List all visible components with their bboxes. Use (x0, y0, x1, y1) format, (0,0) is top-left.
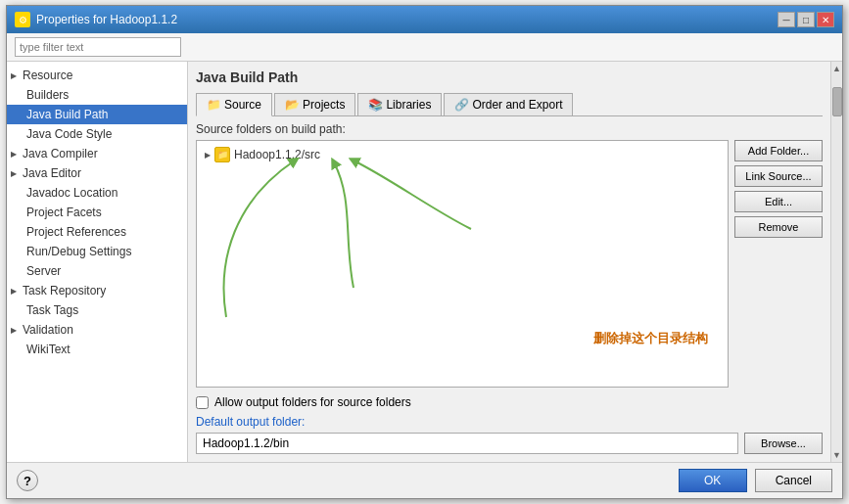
sidebar-label-java-compiler: Java Compiler (23, 147, 98, 160)
sidebar-item-project-references[interactable]: Project References (7, 222, 187, 242)
sidebar-label-task-repository: Task Repository (23, 284, 106, 298)
folder-icon: 📁 (214, 147, 230, 162)
sidebar-item-task-tags[interactable]: Task Tags (7, 300, 187, 320)
minimize-button[interactable]: ─ (778, 12, 795, 27)
scrollbar-thumb[interactable] (832, 87, 842, 116)
tabs-row: 📁 Source 📂 Projects 📚 Libraries 🔗 Order … (196, 93, 823, 116)
title-bar: ⚙ Properties for Hadoop1.1.2 ─ □ ✕ (7, 6, 842, 33)
ok-button[interactable]: OK (679, 469, 747, 492)
allow-output-checkbox[interactable] (196, 396, 209, 409)
expand-arrow-java-compiler: ▶ (11, 150, 19, 159)
browse-button[interactable]: Browse... (744, 433, 823, 454)
add-folder-button[interactable]: Add Folder... (734, 140, 823, 161)
tab-libraries[interactable]: 📚 Libraries (357, 93, 442, 115)
sidebar-label-resource: Resource (23, 69, 72, 82)
expand-arrow-validation: ▶ (11, 326, 19, 335)
expand-arrow-resource: ▶ (11, 71, 19, 80)
sidebar-item-run-debug[interactable]: Run/Debug Settings (7, 242, 187, 261)
bottom-area: Allow output folders for source folders … (196, 395, 823, 454)
sidebar-label-project-references: Project References (26, 225, 126, 239)
main-panel: Java Build Path 📁 Source 📂 Projects 📚 Li… (188, 62, 830, 462)
source-tab-icon: 📁 (207, 98, 220, 112)
window-controls: ─ □ ✕ (778, 12, 834, 27)
main-panel-title: Java Build Path (196, 69, 823, 85)
annotation-text: 删除掉这个目录结构 (593, 330, 708, 347)
sidebar-item-wikitext[interactable]: WikiText (7, 340, 187, 359)
sidebar-label-project-facets: Project Facets (26, 206, 102, 219)
annotation-arrows-svg (197, 141, 728, 387)
tab-projects[interactable]: 📂 Projects (274, 93, 355, 115)
source-tree[interactable]: ▶ 📁 Hadoop1.1.2/src (196, 140, 729, 388)
dialog-icon: ⚙ (15, 12, 30, 27)
content-area: ▶ Resource Builders Java Build Path Java… (7, 62, 842, 462)
sidebar: ▶ Resource Builders Java Build Path Java… (7, 62, 188, 462)
order-export-tab-icon: 🔗 (454, 98, 468, 112)
source-content: ▶ 📁 Hadoop1.1.2/src (196, 140, 823, 388)
sidebar-label-run-debug: Run/Debug Settings (26, 245, 131, 258)
tab-source[interactable]: 📁 Source (196, 93, 272, 116)
properties-dialog: ⚙ Properties for Hadoop1.1.2 ─ □ ✕ ▶ Res… (6, 5, 843, 499)
scroll-up-button[interactable]: ▲ (830, 62, 842, 75)
help-button[interactable]: ? (17, 470, 38, 491)
tab-order-export[interactable]: 🔗 Order and Export (444, 93, 573, 115)
sidebar-item-builders[interactable]: Builders (7, 85, 187, 105)
filter-row (7, 33, 842, 62)
sidebar-item-project-facets[interactable]: Project Facets (7, 203, 187, 222)
scroll-down-button[interactable]: ▼ (830, 448, 842, 462)
sidebar-label-wikitext: WikiText (26, 343, 71, 356)
tree-item-src[interactable]: ▶ 📁 Hadoop1.1.2/src (201, 145, 724, 164)
output-folder-input[interactable] (196, 433, 738, 454)
link-source-button[interactable]: Link Source... (734, 165, 823, 187)
sidebar-item-resource[interactable]: ▶ Resource (7, 66, 187, 85)
checkbox-label: Allow output folders for source folders (214, 395, 411, 409)
sidebar-item-java-compiler[interactable]: ▶ Java Compiler (7, 144, 187, 163)
sidebar-item-java-code-style[interactable]: Java Code Style (7, 124, 187, 144)
sidebar-item-validation[interactable]: ▶ Validation (7, 320, 187, 340)
sidebar-label-task-tags: Task Tags (26, 303, 78, 317)
remove-button[interactable]: Remove (734, 216, 823, 238)
sidebar-item-java-editor[interactable]: ▶ Java Editor (7, 163, 187, 183)
sidebar-label-java-build-path: Java Build Path (26, 108, 108, 121)
projects-tab-icon: 📂 (285, 98, 299, 112)
edit-button[interactable]: Edit... (734, 191, 823, 212)
tab-projects-label: Projects (303, 98, 345, 112)
output-row: Browse... (196, 433, 823, 454)
sidebar-label-server: Server (26, 264, 61, 278)
sidebar-label-java-editor: Java Editor (23, 166, 81, 180)
expand-arrow-java-editor: ▶ (11, 169, 19, 178)
tree-expand-arrow: ▶ (205, 151, 211, 160)
output-folder-label: Default output folder: (196, 415, 823, 429)
expand-arrow-task-repo: ▶ (11, 287, 19, 296)
scrollbar[interactable]: ▲ ▼ (830, 62, 842, 462)
libraries-tab-icon: 📚 (368, 98, 382, 112)
sidebar-label-builders: Builders (26, 88, 69, 102)
sidebar-item-task-repository[interactable]: ▶ Task Repository (7, 281, 187, 300)
maximize-button[interactable]: □ (797, 12, 815, 27)
sidebar-item-server[interactable]: Server (7, 261, 187, 281)
filter-input[interactable] (15, 37, 181, 57)
annotation-overlay: 删除掉这个目录结构 (197, 141, 728, 387)
footer-buttons: OK Cancel (679, 469, 832, 492)
dialog-footer: ? OK Cancel (7, 462, 842, 498)
sidebar-item-javadoc[interactable]: Javadoc Location (7, 183, 187, 203)
source-folders-label: Source folders on build path: (196, 122, 823, 136)
sidebar-label-javadoc: Javadoc Location (26, 186, 118, 200)
dialog-body: ▶ Resource Builders Java Build Path Java… (7, 33, 842, 462)
tab-libraries-label: Libraries (386, 98, 431, 112)
tab-source-label: Source (224, 98, 261, 112)
checkbox-row: Allow output folders for source folders (196, 395, 823, 409)
action-buttons: Add Folder... Link Source... Edit... Rem… (734, 140, 823, 388)
dialog-title: Properties for Hadoop1.1.2 (36, 13, 177, 26)
sidebar-label-validation: Validation (23, 323, 73, 337)
tree-item-label: Hadoop1.1.2/src (234, 148, 320, 161)
tab-order-export-label: Order and Export (472, 98, 562, 112)
cancel-button[interactable]: Cancel (755, 469, 832, 492)
sidebar-item-java-build-path[interactable]: Java Build Path (7, 105, 187, 124)
sidebar-label-java-code-style: Java Code Style (26, 127, 112, 141)
close-button[interactable]: ✕ (817, 12, 834, 27)
